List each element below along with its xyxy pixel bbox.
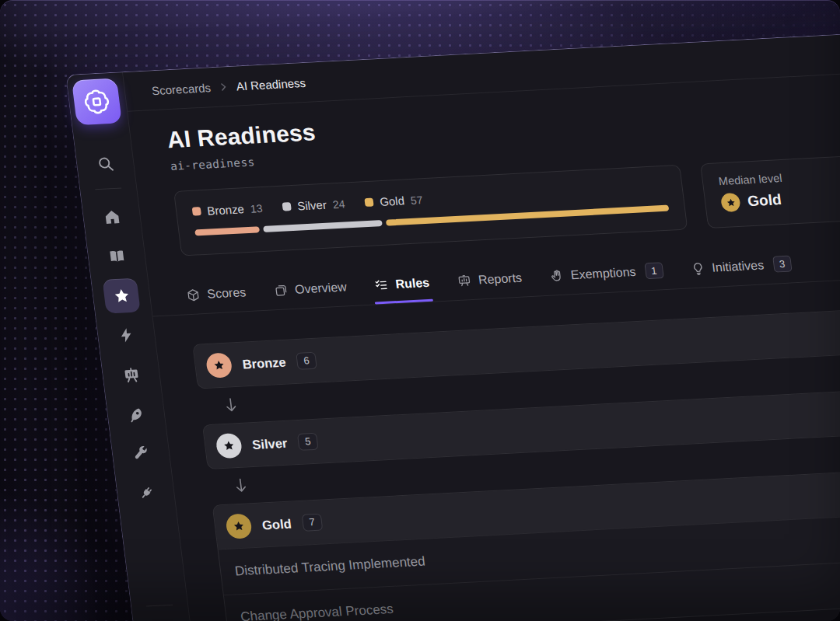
tab-label: Reports — [478, 270, 523, 287]
exemptions-count-badge: 1 — [644, 262, 664, 279]
legend-value: 57 — [410, 194, 424, 207]
tab-reports[interactable]: Reports — [457, 270, 523, 289]
bolt-icon — [117, 326, 136, 344]
cortex-logo[interactable] — [72, 78, 122, 126]
tab-rules[interactable]: Rules — [373, 274, 430, 294]
book-icon — [107, 247, 127, 266]
tab-overview[interactable]: Overview — [273, 278, 348, 298]
legend-item-bronze: Bronze 13 — [191, 201, 263, 218]
silver-level-badge — [215, 433, 243, 459]
sidebar-item-actions[interactable] — [107, 317, 145, 353]
sidebar-item-reports[interactable] — [112, 357, 150, 392]
sidebar-item-scorecards[interactable] — [102, 278, 140, 314]
chevron-right-icon — [218, 82, 229, 92]
legend-item-silver: Silver 24 — [282, 197, 345, 213]
tab-label: Rules — [394, 275, 430, 291]
tab-scores[interactable]: Scores — [185, 284, 247, 303]
star-icon — [725, 197, 737, 208]
rule-count-badge: 5 — [297, 433, 319, 451]
sidebar-item-tools[interactable] — [121, 436, 159, 472]
silver-bar-segment — [263, 220, 383, 232]
rocket-icon — [126, 405, 146, 424]
legend-label: Gold — [379, 194, 405, 208]
app-window: Scorecards AI Readiness AI Readiness ai-… — [65, 23, 840, 621]
home-icon — [102, 208, 122, 226]
tab-initiatives[interactable]: Initiatives 3 — [690, 256, 792, 277]
legend-label: Bronze — [206, 202, 245, 217]
tab-label: Scores — [206, 285, 247, 302]
section-name: Bronze — [242, 354, 287, 372]
arrow-down-icon — [232, 476, 250, 494]
rule-count-badge: 7 — [301, 514, 323, 532]
sidebar-item-integrations[interactable] — [127, 475, 165, 511]
list-checks-icon — [373, 277, 389, 292]
wrench-icon — [131, 445, 151, 462]
star-icon — [212, 359, 226, 372]
gold-swatch — [365, 198, 374, 208]
bronze-level-badge — [205, 352, 233, 379]
cortex-logo-icon — [79, 85, 114, 118]
cube-icon — [185, 288, 201, 302]
gold-bar-segment — [386, 205, 669, 226]
legend-item-gold: Gold 57 — [364, 193, 423, 209]
median-level-text: Gold — [747, 191, 782, 210]
gold-level-badge — [225, 513, 253, 539]
rail-divider-bottom — [146, 605, 173, 607]
panels-icon — [273, 283, 289, 298]
bronze-swatch — [192, 207, 201, 216]
tab-label: Overview — [294, 280, 348, 296]
median-level-label: Median level — [718, 159, 840, 187]
legend-label: Silver — [296, 198, 327, 213]
star-icon — [232, 520, 246, 533]
lightbulb-icon — [690, 261, 705, 276]
arrow-down-icon — [222, 396, 240, 414]
rule-count-badge: 6 — [296, 352, 317, 370]
tab-label: Exemptions — [570, 265, 637, 282]
sidebar-item-launch[interactable] — [117, 396, 155, 432]
gold-level-badge — [720, 193, 741, 212]
rules-list: Bronze 6 Silver 5 — [192, 298, 840, 621]
section-name: Silver — [251, 435, 288, 452]
levels-distribution-card: Bronze 13 Silver 24 Gold 5 — [173, 165, 688, 256]
section-name: Gold — [261, 516, 292, 532]
breadcrumb-current: AI Readiness — [236, 75, 306, 92]
plug-icon — [135, 483, 156, 502]
search-icon — [95, 154, 115, 173]
main-panel: Scorecards AI Readiness AI Readiness ai-… — [123, 25, 840, 621]
tab-label: Initiatives — [711, 258, 765, 274]
cortex-glyph-dim-icon[interactable] — [151, 618, 173, 621]
sidebar-item-home[interactable] — [93, 199, 131, 235]
rail-divider — [95, 187, 121, 190]
screenshot-frame: Scorecards AI Readiness AI Readiness ai-… — [0, 0, 840, 621]
tab-exemptions[interactable]: Exemptions 1 — [549, 262, 664, 284]
median-level-card: Median level Gold — [700, 145, 840, 229]
presentation-chart-icon — [457, 274, 472, 288]
legend-value: 13 — [250, 202, 264, 215]
tab-bar: Scores Overview Rules Reports — [185, 241, 840, 314]
sidebar-item-search[interactable] — [86, 145, 124, 181]
sidebar-item-catalog[interactable] — [97, 239, 135, 274]
star-icon — [222, 439, 236, 452]
legend-value: 24 — [332, 197, 346, 211]
initiatives-count-badge: 3 — [772, 256, 793, 273]
silver-swatch — [282, 202, 292, 211]
content-area: AI Readiness ai-readiness Bronze 13 — [128, 64, 840, 621]
star-icon — [111, 287, 131, 305]
hand-icon — [549, 268, 565, 283]
bronze-bar-segment — [194, 226, 260, 235]
breadcrumb-parent[interactable]: Scorecards — [151, 81, 212, 97]
presentation-icon — [121, 365, 142, 384]
